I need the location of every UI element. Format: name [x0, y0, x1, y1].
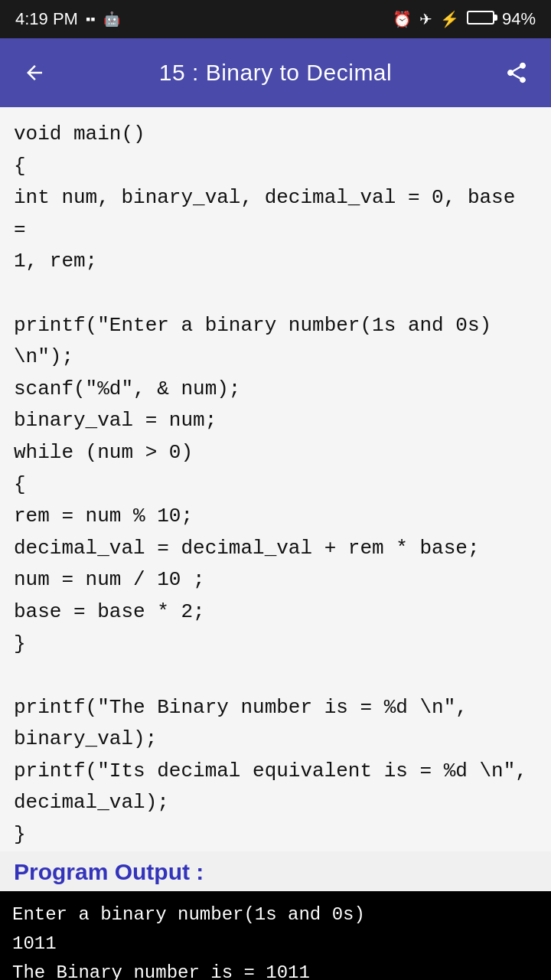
app-bar-title: 15 : Binary to Decimal — [54, 60, 497, 86]
time-display: 4:19 PM — [15, 9, 78, 29]
terminal-output: Enter a binary number(1s and 0s) 1011 Th… — [0, 891, 551, 980]
status-right: ⏰ ✈ ⚡ 94% — [393, 9, 536, 29]
code-text: void main() { int num, binary_val, decim… — [14, 119, 537, 851]
battery-icon — [467, 9, 494, 29]
airplane-icon: ✈ — [419, 10, 432, 28]
battery-percent: 94% — [502, 9, 536, 29]
sim-icon: ▪▪ — [86, 11, 96, 28]
back-button[interactable] — [15, 54, 54, 92]
status-bar: 4:19 PM ▪▪ 🤖 ⏰ ✈ ⚡ 94% — [0, 0, 551, 38]
output-heading: Program Output : — [0, 859, 551, 885]
clock-icon: ⏰ — [393, 10, 412, 28]
code-content: void main() { int num, binary_val, decim… — [0, 107, 551, 851]
flash-icon: ⚡ — [440, 10, 459, 28]
share-button[interactable] — [497, 54, 536, 92]
status-left: 4:19 PM ▪▪ 🤖 — [15, 9, 120, 29]
android-icon: 🤖 — [103, 11, 120, 28]
app-bar: 15 : Binary to Decimal — [0, 38, 551, 107]
